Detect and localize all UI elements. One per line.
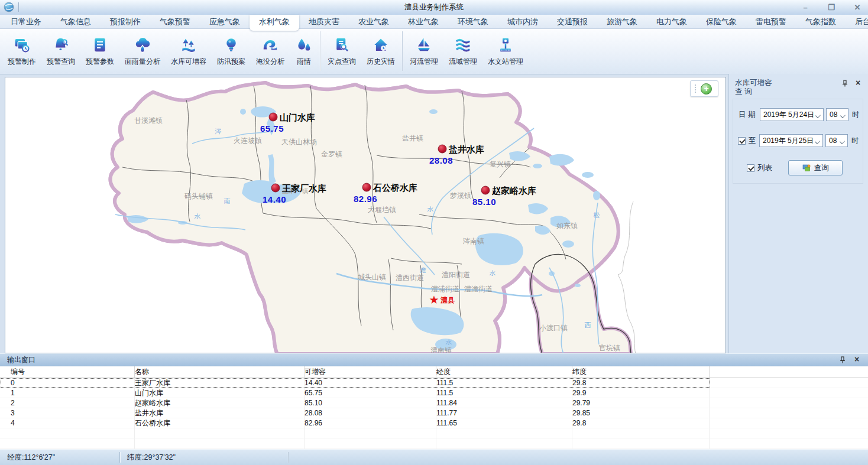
river-label: 松 — [594, 212, 600, 219]
menu-tab-应急气象[interactable]: 应急气象 — [200, 15, 250, 28]
table-row[interactable]: 4石公桥水库82.96111.6529.8 — [0, 418, 868, 428]
town-label: 官垸镇 — [599, 344, 620, 352]
output-title: 输出窗口 — [7, 355, 35, 365]
toolbar-label: 预警制作 — [8, 57, 36, 67]
toolbar-button-flood-plan[interactable]: 防汛预案 — [212, 28, 251, 74]
town-label: 澧阳街道 — [442, 271, 470, 279]
table-cell: 0 — [11, 378, 135, 388]
menu-tab-气象指数[interactable]: 气象指数 — [796, 15, 846, 28]
menu-tab-环境气象[interactable]: 环境气象 — [448, 15, 498, 28]
toolbar-button-disaster-query[interactable]: 灾点查询 — [322, 28, 361, 74]
toolbar-button-river-mgmt[interactable]: 河流管理 — [404, 28, 443, 74]
table-cell — [572, 428, 710, 438]
table-cell: 3 — [11, 408, 135, 418]
menu-tab-农业气象[interactable]: 农业气象 — [349, 15, 399, 28]
restore-button[interactable]: ❐ — [827, 3, 836, 12]
toolbar-button-rain-analysis[interactable]: 面雨量分析 — [119, 28, 166, 74]
table-cell — [436, 428, 572, 438]
table-cell: 纬度 — [572, 366, 710, 378]
reservoir-dot-icon[interactable] — [362, 183, 371, 191]
reservoir-query-panel: 水库可增容 查 询 × 日 期 2019年 5月24日 08 时 至 2019年… — [728, 74, 868, 353]
query-button[interactable]: 查询 — [788, 160, 843, 175]
menu-tab-雷电预警[interactable]: 雷电预警 — [746, 15, 796, 28]
table-cell — [11, 438, 135, 448]
toolbar-label: 面雨量分析 — [125, 57, 160, 67]
reservoir-dot-icon[interactable] — [438, 145, 446, 153]
table-row[interactable]: 0王家厂水库14.40111.529.8 — [0, 378, 868, 388]
output-table[interactable]: 编号名称可增容经度纬度0王家厂水库14.40111.529.81山门水库65.7… — [0, 366, 868, 449]
table-row[interactable]: 3盐井水库28.08111.7729.85 — [0, 408, 868, 418]
toolbar-label: 雨情 — [297, 57, 311, 67]
menu-tab-气象信息[interactable]: 气象信息 — [51, 15, 101, 28]
to-checkbox[interactable] — [738, 137, 746, 145]
table-cell: 111.84 — [436, 398, 572, 408]
menu-tab-地质灾害[interactable]: 地质灾害 — [299, 15, 349, 28]
menu-tab-预报制作[interactable]: 预报制作 — [101, 15, 150, 28]
toolbar-button-basin-mgmt[interactable]: 流域管理 — [443, 28, 482, 74]
menu-tab-旅游气象[interactable]: 旅游气象 — [597, 15, 647, 28]
reservoir-dot-icon[interactable] — [481, 186, 490, 194]
toolbar-label: 灾点查询 — [328, 57, 356, 67]
panel-close-icon[interactable]: × — [854, 79, 862, 87]
table-empty-row[interactable] — [0, 438, 868, 448]
pin-icon[interactable] — [838, 356, 847, 364]
menu-tab-后台管理[interactable]: 后台管理 — [846, 15, 868, 28]
table-cell — [710, 408, 868, 418]
toolbar-label: 淹没分析 — [256, 57, 284, 67]
reservoir-name: 盐井水库 — [448, 144, 484, 154]
table-cell — [11, 428, 135, 438]
menu-tab-保险气象[interactable]: 保险气象 — [697, 15, 746, 28]
toolbar-button-warn-make[interactable]: 预警制作 — [2, 28, 41, 74]
table-cell: 29.85 — [572, 408, 710, 418]
table-cell — [305, 428, 436, 438]
close-button[interactable]: ✕ — [853, 3, 862, 12]
table-cell: 盐井水库 — [135, 408, 305, 418]
toolbar-button-hydro-station[interactable]: 水文站管理 — [482, 28, 529, 74]
toolbar-button-warn-query[interactable]: 预警查询 — [41, 28, 80, 74]
list-checkbox[interactable] — [747, 164, 754, 172]
drag-handle-icon[interactable] — [692, 84, 698, 93]
toolbar-label: 防汛预案 — [217, 57, 245, 67]
town-label: 火连坡镇 — [234, 136, 262, 145]
table-row[interactable]: 1山门水库65.75111.529.9 — [0, 388, 868, 398]
menu-tab-电力气象[interactable]: 电力气象 — [647, 15, 697, 28]
chevron-down-icon — [840, 113, 846, 118]
toolbar-button-inundation[interactable]: 淹没分析 — [251, 28, 290, 74]
menu-tab-林业气象[interactable]: 林业气象 — [399, 15, 448, 28]
menu-tab-水利气象[interactable]: 水利气象 — [250, 15, 299, 31]
reservoir-name: 石公桥水库 — [373, 183, 417, 193]
toolbar-button-rain-info[interactable]: 雨情 — [290, 28, 318, 74]
table-cell: 29.8 — [572, 418, 710, 428]
reservoir-value: 85.10 — [472, 197, 496, 207]
menu-tab-城市内涝[interactable]: 城市内涝 — [498, 15, 548, 28]
toolbar-label: 预警查询 — [47, 57, 75, 67]
toolbar-label: 预警参数 — [86, 57, 114, 67]
table-cell: 编号 — [11, 366, 135, 378]
table-row[interactable]: 2赵家峪水库85.10111.8429.79 — [0, 398, 868, 408]
map-zoom-in-button[interactable]: + — [701, 83, 712, 95]
reservoir-dot-icon[interactable] — [271, 184, 280, 192]
reservoir-dot-icon[interactable] — [269, 113, 277, 121]
status-latitude: 纬度:29°37'32" — [120, 453, 176, 463]
date-from-select[interactable]: 2019年 5月24日 — [760, 108, 824, 121]
hour-from-select[interactable]: 08 — [826, 108, 848, 121]
status-bar: 经度:112°6'27" 纬度:29°37'32" — [0, 449, 868, 465]
list-label: 列表 — [757, 163, 772, 173]
window-title: 澧县业务制作系统 — [0, 0, 868, 15]
map-area[interactable]: 甘溪滩镇码头铺镇火连坡镇天供山林场金罗镇盐井镇复兴镇梦溪镇大堰垱镇涔南镇城头山镇… — [5, 77, 726, 353]
table-empty-row[interactable] — [0, 428, 868, 438]
hour-to-select[interactable]: 08 — [825, 134, 848, 147]
toolbar-button-reservoir-capacity[interactable]: 水库可增容 — [166, 28, 212, 74]
table-cell: 111.5 — [436, 378, 572, 388]
pin-icon[interactable] — [841, 79, 849, 87]
toolbar-button-disaster-history[interactable]: 历史灾情 — [361, 28, 400, 74]
warn-make-icon — [13, 36, 31, 54]
menu-tab-交通预报[interactable]: 交通预报 — [548, 15, 597, 28]
date-to-select[interactable]: 2019年 5月25日 — [759, 134, 823, 147]
menu-tab-日常业务[interactable]: 日常业务 — [1, 15, 51, 28]
hour-suffix: 时 — [852, 110, 860, 120]
minimize-button[interactable]: – — [801, 3, 810, 12]
menu-tab-气象预警[interactable]: 气象预警 — [150, 15, 200, 28]
toolbar-button-warn-params[interactable]: 预警参数 — [80, 28, 119, 74]
output-close-icon[interactable]: × — [853, 356, 861, 364]
